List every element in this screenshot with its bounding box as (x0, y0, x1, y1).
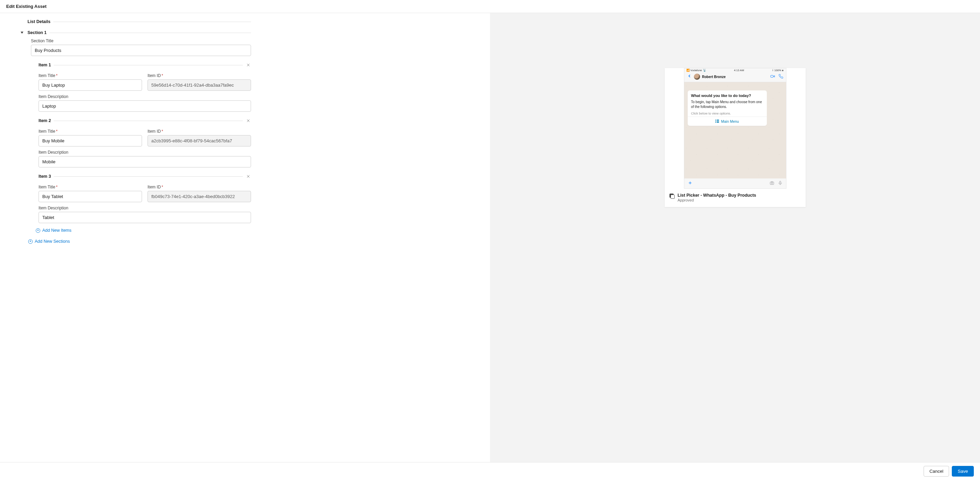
page-title: Edit Existing Asset (0, 0, 980, 13)
svg-marker-7 (773, 75, 775, 77)
back-icon[interactable] (687, 73, 692, 80)
preview-asset-status: Approved (678, 198, 756, 202)
svg-rect-6 (771, 75, 773, 77)
item-title-input[interactable] (38, 135, 142, 146)
divider (54, 176, 243, 177)
divider (54, 65, 243, 65)
preview-card: 📶 Vodafone 📡 4:13 AM ᚼ 100% ▮ Robert Bro… (665, 68, 806, 207)
item-title-label: Item Title* (38, 129, 142, 134)
bubble-body-text: To begin, tap Main Menu and choose from … (691, 100, 764, 109)
item-id-input (148, 135, 251, 146)
asset-type-icon (670, 194, 674, 199)
list-icon (715, 120, 719, 123)
bubble-action-label: Main Menu (721, 119, 739, 124)
preview-asset-title: List Picker - WhatsApp - Buy Products (678, 193, 756, 198)
item-title-input[interactable] (38, 79, 142, 91)
mic-icon[interactable] (778, 181, 783, 186)
item-description-input[interactable] (38, 212, 251, 223)
avatar (694, 73, 700, 80)
voice-call-icon[interactable] (778, 74, 783, 80)
add-new-items-label: Add New Items (42, 228, 72, 233)
list-details-heading: List Details (27, 19, 51, 24)
contact-name: Robert Bronze (702, 75, 770, 79)
section-1-heading: Section 1 (27, 30, 47, 35)
svg-point-11 (771, 183, 772, 184)
item-id-label: Item ID* (148, 129, 251, 134)
item-title-label: Item Title* (38, 184, 142, 189)
main-menu-button[interactable]: Main Menu (688, 116, 767, 126)
divider (54, 121, 243, 121)
cancel-button[interactable]: Cancel (924, 466, 949, 477)
item-description-label: Item Description (38, 94, 251, 99)
item-title-input[interactable] (38, 191, 142, 202)
phone-preview: 📶 Vodafone 📡 4:13 AM ᚼ 100% ▮ Robert Bro… (684, 68, 786, 189)
save-button[interactable]: Save (952, 466, 974, 477)
plus-circle-icon: + (36, 228, 40, 233)
divider (53, 22, 251, 22)
item-heading: Item 2 (38, 118, 51, 123)
item-description-input[interactable] (38, 100, 251, 112)
item-id-label: Item ID* (148, 73, 251, 78)
bubble-hint: Click below to view options. (691, 111, 764, 115)
chat-body: What would you like to do today? To begi… (684, 82, 786, 178)
section-title-label: Section Title (31, 38, 251, 43)
item-heading: Item 3 (38, 174, 51, 179)
item-description-input[interactable] (38, 156, 251, 167)
phone-status-bar: 📶 Vodafone 📡 4:13 AM ᚼ 100% ▮ (684, 68, 786, 72)
item-id-label: Item ID* (148, 184, 251, 189)
divider (49, 33, 251, 33)
footer: Cancel Save (0, 462, 980, 480)
camera-icon[interactable] (770, 181, 774, 186)
message-bubble: What would you like to do today? To begi… (688, 91, 767, 126)
plus-circle-icon: + (28, 239, 33, 244)
chat-header: Robert Bronze (684, 72, 786, 82)
svg-rect-12 (780, 181, 781, 183)
chat-input-bar (684, 178, 786, 188)
remove-item-button[interactable] (245, 118, 251, 124)
item-title-label: Item Title* (38, 73, 142, 78)
bubble-title: What would you like to do today? (691, 93, 764, 99)
plus-icon[interactable] (688, 181, 692, 186)
remove-item-button[interactable] (245, 174, 251, 179)
item-description-label: Item Description (38, 206, 251, 210)
add-new-sections-label: Add New Sections (35, 239, 70, 244)
preview-panel: 📶 Vodafone 📡 4:13 AM ᚼ 100% ▮ Robert Bro… (490, 13, 980, 462)
video-call-icon[interactable] (770, 74, 775, 80)
item-id-input (148, 79, 251, 91)
item-id-input (148, 191, 251, 202)
item-description-label: Item Description (38, 150, 251, 155)
add-new-sections-button[interactable]: + Add New Sections (28, 239, 70, 244)
form-panel: List Details Section 1 Section Title Ite… (0, 13, 490, 462)
remove-item-button[interactable] (245, 62, 251, 68)
section-title-input[interactable] (31, 45, 251, 56)
section-collapse-toggle[interactable] (21, 32, 23, 34)
add-new-items-button[interactable]: + Add New Items (36, 228, 72, 233)
item-heading: Item 1 (38, 63, 51, 67)
